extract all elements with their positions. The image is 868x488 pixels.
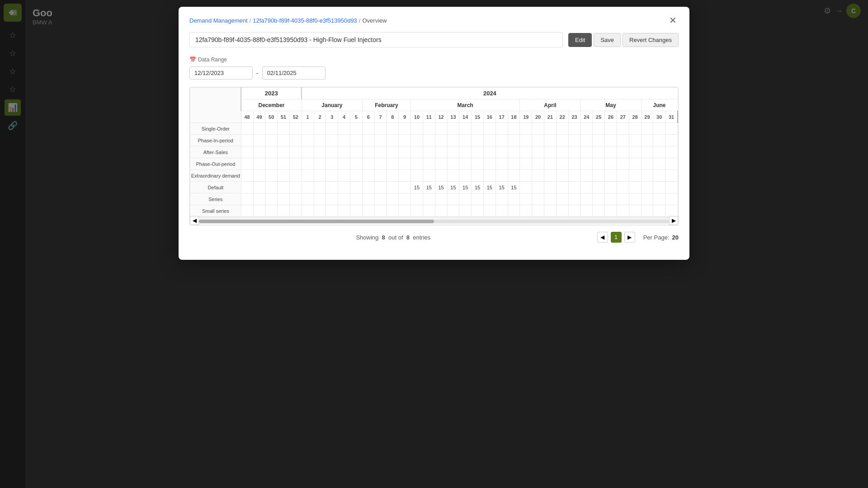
cell-0-29[interactable]: [593, 123, 605, 135]
cell-4-33[interactable]: [641, 170, 653, 182]
cell-4-9[interactable]: [350, 170, 363, 182]
cell-7-26[interactable]: [556, 205, 568, 217]
cell-6-16[interactable]: [435, 193, 447, 205]
cell-4-18[interactable]: [459, 170, 472, 182]
cell-1-21[interactable]: [495, 135, 508, 146]
cell-0-5[interactable]: [302, 123, 314, 135]
cell-4-27[interactable]: [568, 170, 580, 182]
cell-2-19[interactable]: [472, 146, 484, 158]
cell-1-0[interactable]: [241, 135, 253, 146]
cell-6-8[interactable]: [338, 193, 350, 205]
cell-7-1[interactable]: [253, 205, 265, 217]
cell-5-15[interactable]: 15: [423, 182, 435, 193]
cell-4-16[interactable]: [435, 170, 447, 182]
cell-0-11[interactable]: [374, 123, 387, 135]
cell-2-31[interactable]: [617, 146, 629, 158]
cell-6-0[interactable]: [241, 193, 253, 205]
cell-5-6[interactable]: [314, 182, 326, 193]
cell-5-20[interactable]: 15: [483, 182, 495, 193]
cell-1-30[interactable]: [605, 135, 617, 146]
cell-1-25[interactable]: [544, 135, 557, 146]
cell-4-19[interactable]: [472, 170, 484, 182]
cell-6-10[interactable]: [362, 193, 374, 205]
cell-6-2[interactable]: [265, 193, 278, 205]
cell-3-26[interactable]: [556, 158, 568, 170]
cell-0-6[interactable]: [314, 123, 326, 135]
cell-7-17[interactable]: [447, 205, 459, 217]
cell-7-19[interactable]: [472, 205, 484, 217]
cell-1-4[interactable]: [289, 135, 302, 146]
cell-7-8[interactable]: [338, 205, 350, 217]
cell-4-1[interactable]: [253, 170, 265, 182]
cell-5-21[interactable]: 15: [495, 182, 508, 193]
cell-0-13[interactable]: [399, 123, 411, 135]
cell-4-34[interactable]: [653, 170, 665, 182]
cell-1-8[interactable]: [338, 135, 350, 146]
cell-3-3[interactable]: [278, 158, 290, 170]
cell-3-9[interactable]: [350, 158, 363, 170]
cell-2-28[interactable]: [580, 146, 593, 158]
cell-5-26[interactable]: [556, 182, 568, 193]
cell-6-22[interactable]: [508, 193, 520, 205]
cell-6-18[interactable]: [459, 193, 472, 205]
cell-2-1[interactable]: [253, 146, 265, 158]
cell-1-35[interactable]: [665, 135, 678, 146]
cell-4-13[interactable]: [399, 170, 411, 182]
cell-5-27[interactable]: [568, 182, 580, 193]
cell-1-27[interactable]: [568, 135, 580, 146]
cell-5-11[interactable]: [374, 182, 387, 193]
cell-3-24[interactable]: [532, 158, 544, 170]
scrollbar-track[interactable]: [199, 220, 669, 223]
cell-2-7[interactable]: [326, 146, 338, 158]
cell-2-8[interactable]: [338, 146, 350, 158]
cell-7-10[interactable]: [362, 205, 374, 217]
cell-4-23[interactable]: [520, 170, 532, 182]
cell-1-26[interactable]: [556, 135, 568, 146]
cell-2-21[interactable]: [495, 146, 508, 158]
cell-3-28[interactable]: [580, 158, 593, 170]
cell-0-35[interactable]: [665, 123, 678, 135]
cell-7-31[interactable]: [617, 205, 629, 217]
cell-7-20[interactable]: [483, 205, 495, 217]
cell-3-35[interactable]: [665, 158, 678, 170]
cell-5-1[interactable]: [253, 182, 265, 193]
cell-4-31[interactable]: [617, 170, 629, 182]
cell-7-13[interactable]: [399, 205, 411, 217]
scroll-left-button[interactable]: ◀: [190, 216, 199, 225]
cell-0-7[interactable]: [326, 123, 338, 135]
cell-5-18[interactable]: 15: [459, 182, 472, 193]
cell-4-32[interactable]: [629, 170, 641, 182]
cell-7-24[interactable]: [532, 205, 544, 217]
cell-2-11[interactable]: [374, 146, 387, 158]
cell-0-26[interactable]: [556, 123, 568, 135]
cell-6-30[interactable]: [605, 193, 617, 205]
cell-3-8[interactable]: [338, 158, 350, 170]
cell-5-10[interactable]: [362, 182, 374, 193]
edit-button[interactable]: Edit: [568, 33, 592, 47]
calendar-scroll-wrapper[interactable]: 2023 2024 December January February Marc…: [190, 87, 678, 217]
cell-7-28[interactable]: [580, 205, 593, 217]
cell-6-28[interactable]: [580, 193, 593, 205]
cell-2-5[interactable]: [302, 146, 314, 158]
cell-6-31[interactable]: [617, 193, 629, 205]
cell-6-20[interactable]: [483, 193, 495, 205]
cell-5-32[interactable]: [629, 182, 641, 193]
cell-5-34[interactable]: [653, 182, 665, 193]
cell-2-13[interactable]: [399, 146, 411, 158]
cell-4-24[interactable]: [532, 170, 544, 182]
cell-4-12[interactable]: [387, 170, 399, 182]
cell-3-13[interactable]: [399, 158, 411, 170]
cell-4-4[interactable]: [289, 170, 302, 182]
cell-6-21[interactable]: [495, 193, 508, 205]
cell-4-25[interactable]: [544, 170, 557, 182]
page-1-button[interactable]: 1: [611, 232, 622, 243]
cell-5-28[interactable]: [580, 182, 593, 193]
cell-0-21[interactable]: [495, 123, 508, 135]
cell-3-14[interactable]: [411, 158, 423, 170]
cell-7-32[interactable]: [629, 205, 641, 217]
cell-3-16[interactable]: [435, 158, 447, 170]
cell-2-34[interactable]: [653, 146, 665, 158]
cell-3-30[interactable]: [605, 158, 617, 170]
cell-5-3[interactable]: [278, 182, 290, 193]
cell-3-33[interactable]: [641, 158, 653, 170]
